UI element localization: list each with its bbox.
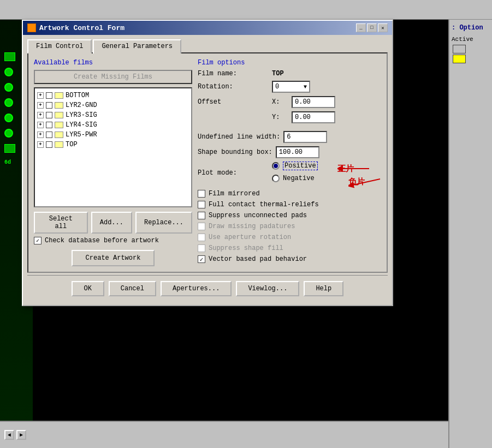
full-contact-checkbox[interactable] (198, 201, 205, 208)
rotation-select[interactable]: 0 ▼ (272, 81, 310, 93)
check-database-checkbox[interactable]: ✓ (34, 237, 42, 244)
film-name-value: TOP (272, 70, 284, 77)
create-artwork-button[interactable]: Create Artwork (72, 250, 155, 266)
expand-lyr3[interactable]: + (37, 112, 44, 118)
apertures-button[interactable]: Apertures... (161, 281, 232, 296)
film-action-buttons: Select all Add... Replace... (34, 212, 192, 234)
folder-lyr3 (55, 112, 63, 118)
scroll-controls: ◄ ► (4, 430, 26, 440)
select-all-button[interactable]: Select all (34, 212, 88, 234)
expand-lyr2[interactable]: + (37, 102, 44, 109)
close-button[interactable]: ✕ (378, 23, 388, 32)
help-button[interactable]: Help (304, 281, 343, 296)
checkbox-lyr4[interactable] (46, 122, 52, 128)
maximize-button[interactable]: □ (367, 23, 377, 32)
draw-missing-label: Draw missing padatures (209, 223, 295, 230)
checkbox-bottom[interactable] (46, 92, 52, 99)
tab-bar: Film Control General Parameters (27, 39, 388, 53)
cancel-button[interactable]: Cancel (109, 281, 156, 296)
film-tree[interactable]: + BOTTOM + LYR2-GND + (34, 87, 192, 207)
circuit-label: 6d (4, 159, 15, 165)
negative-radio-row: Negative (272, 175, 318, 182)
dialog-footer: OK Cancel Apertures... Viewlog... Help (27, 275, 388, 301)
right-panel: Film options Film name: TOP Rotation: 0 … (198, 59, 381, 266)
tab-general-parameters[interactable]: General Parameters (93, 39, 181, 53)
viewlog-button[interactable]: Viewlog... (236, 281, 299, 296)
checkbox-lyr5[interactable] (46, 132, 52, 138)
offset-y-label: Y: (272, 114, 288, 121)
offset-y-input[interactable] (292, 111, 335, 123)
undefined-line-width-input[interactable] (283, 131, 327, 143)
tree-item-lyr2[interactable]: + LYR2-GND (37, 100, 189, 110)
full-contact-row: Full contact thermal-reliefs (198, 201, 381, 208)
dialog-window-controls: _ □ ✕ (356, 23, 388, 32)
plot-mode-label: Plot mode: (198, 169, 269, 177)
offset-label: Offset (198, 98, 269, 106)
dialog-titlebar: Artwork Control Form _ □ ✕ (23, 21, 392, 35)
film-options-title: Film options (198, 59, 381, 67)
circuit-dot-4 (4, 114, 13, 122)
side-panel-title: : Option (452, 24, 490, 32)
tab-film-control[interactable]: Film Control (27, 39, 92, 53)
film-mirrored-checkbox[interactable] (198, 190, 205, 198)
circuit-dot-2 (4, 83, 13, 92)
minimize-button[interactable]: _ (356, 23, 366, 32)
draw-missing-row: Draw missing padatures (198, 223, 381, 230)
draw-missing-checkbox[interactable] (198, 223, 205, 230)
scroll-left-btn[interactable]: ◄ (4, 430, 14, 440)
rotation-value: 0 (275, 83, 279, 91)
ok-button[interactable]: OK (72, 281, 104, 296)
available-films-title: Available films (34, 59, 192, 67)
annotation-positive-text: 正片 (337, 164, 354, 174)
negative-radio[interactable] (272, 175, 280, 182)
add-button[interactable]: Add... (91, 212, 132, 234)
vector-based-checkbox[interactable]: ✓ (198, 255, 205, 263)
offset-y-row: Y: (272, 111, 381, 123)
rotation-arrow-icon: ▼ (304, 84, 307, 90)
tree-item-lyr3[interactable]: + LYR3-SIG (37, 110, 189, 120)
side-panel: : Option Active (448, 20, 492, 448)
expand-top[interactable]: + (37, 141, 44, 148)
replace-button[interactable]: Replace... (135, 212, 192, 234)
artwork-control-dialog: Artwork Control Form _ □ ✕ Film Control … (22, 20, 393, 306)
checkbox-lyr3[interactable] (46, 112, 52, 118)
positive-label: Positive (283, 162, 318, 170)
annotation-negative: 负片 (348, 174, 381, 190)
vector-based-label: Vector based pad behavior (209, 255, 307, 263)
full-contact-label: Full contact thermal-reliefs (209, 201, 319, 208)
shape-bounding-box-input[interactable] (276, 146, 319, 158)
suppress-unconnected-checkbox[interactable] (198, 212, 205, 219)
tree-item-bottom[interactable]: + BOTTOM (37, 91, 189, 100)
film-mirrored-label: Film mirrored (209, 190, 260, 198)
tree-item-top[interactable]: + TOP (37, 140, 189, 150)
side-color-box-gray (453, 45, 466, 53)
annotation-negative-text: 负片 (348, 177, 365, 187)
expand-lyr5[interactable]: + (37, 132, 44, 138)
use-aperture-label: Use aperture rotation (209, 234, 291, 241)
undefined-line-width-label: Undefined line width: (198, 133, 280, 141)
expand-bottom[interactable]: + (37, 92, 44, 99)
create-missing-films-button[interactable]: Create Missing Films (34, 70, 192, 84)
offset-x-input[interactable] (292, 96, 335, 108)
shape-bounding-box-label: Shape bounding box: (198, 148, 272, 156)
expand-lyr4[interactable]: + (37, 122, 44, 128)
suppress-shape-checkbox[interactable] (198, 244, 205, 252)
scroll-right-btn[interactable]: ► (16, 430, 26, 440)
circuit-dot-1 (4, 68, 13, 76)
suppress-shape-label: Suppress shape fill (209, 244, 283, 252)
offset-x-row: Offset X: (198, 96, 381, 108)
rotation-row: Rotation: 0 ▼ (198, 81, 381, 93)
use-aperture-checkbox[interactable] (198, 234, 205, 241)
folder-lyr2 (55, 102, 63, 109)
checkbox-top[interactable] (46, 141, 52, 148)
checkbox-lyr2[interactable] (46, 102, 52, 109)
left-panel: Available films Create Missing Films + B… (34, 59, 192, 266)
positive-radio[interactable] (272, 162, 280, 170)
tree-item-lyr4[interactable]: + LYR4-SIG (37, 120, 189, 130)
tree-item-lyr5[interactable]: + LYR5-PWR (37, 130, 189, 140)
check-database-row: ✓ Check database before artwork (34, 237, 192, 244)
suppress-shape-row: Suppress shape fill (198, 244, 381, 252)
film-name-row: Film name: TOP (198, 70, 381, 77)
vector-based-row: ✓ Vector based pad behavior (198, 255, 381, 263)
offset-x-label: X: (272, 98, 288, 106)
